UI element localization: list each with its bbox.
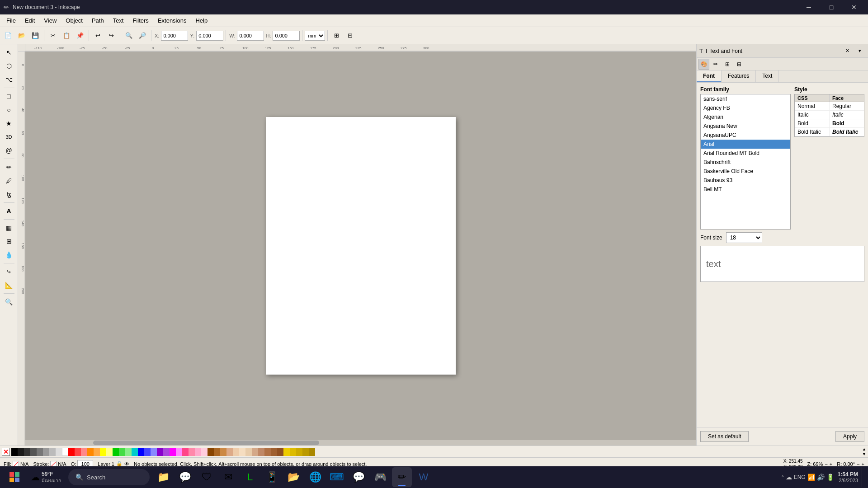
taskbar-app-word[interactable]: W <box>414 467 434 487</box>
style-normal[interactable]: Normal Regular <box>795 102 864 111</box>
swatch[interactable] <box>258 448 264 456</box>
swatch-magenta[interactable] <box>170 448 176 456</box>
menu-object[interactable]: Object <box>61 15 87 26</box>
panel-icon-transform[interactable]: ⊞ <box>722 59 733 70</box>
swatch-white[interactable] <box>62 448 68 456</box>
swatch[interactable] <box>119 448 125 456</box>
swatch[interactable] <box>151 448 157 456</box>
colorbar-scroll[interactable]: ▲ ▼ <box>862 447 866 457</box>
menu-view[interactable]: View <box>39 15 61 26</box>
menu-file[interactable]: File <box>2 15 20 26</box>
menu-text[interactable]: Text <box>108 15 128 26</box>
swatch[interactable] <box>37 448 43 456</box>
font-item-agency-fb[interactable]: Agency FB <box>701 103 790 113</box>
swatch-blue[interactable] <box>138 448 144 456</box>
taskbar-app-messenger[interactable]: 💬 <box>349 467 368 487</box>
colorbar-up[interactable]: ▲ <box>862 447 866 452</box>
font-family-list[interactable]: sans-serif Agency FB Algerian Angsana Ne… <box>700 94 791 230</box>
tool-rect[interactable]: □ <box>3 90 15 103</box>
font-item-baskerville[interactable]: Baskerville Old Face <box>701 167 790 176</box>
panel-icon-stroke[interactable]: ✏ <box>710 59 721 70</box>
swatch[interactable] <box>56 448 62 456</box>
style-bold-italic[interactable]: Bold Italic Bold Italic <box>795 128 864 136</box>
swatch[interactable] <box>277 448 283 456</box>
swatch-gold[interactable] <box>283 448 290 456</box>
taskbar-app-game[interactable]: 🎮 <box>370 467 390 487</box>
taskbar-app-mail[interactable]: ✉ <box>218 467 238 487</box>
tab-font[interactable]: Font <box>697 70 722 82</box>
swatch-purple[interactable] <box>157 448 163 456</box>
swatch[interactable] <box>24 448 30 456</box>
font-item-bell-mt[interactable]: Bell MT <box>701 185 790 194</box>
swatch[interactable] <box>290 448 296 456</box>
taskbar-app-explorer[interactable]: 📁 <box>153 467 173 487</box>
tool-dropper[interactable]: 💧 <box>3 249 15 261</box>
font-item-arial[interactable]: Arial <box>701 140 790 149</box>
toolbar-snap[interactable]: ⊞ <box>330 29 343 42</box>
h-input[interactable] <box>273 31 300 41</box>
swatch[interactable] <box>176 448 182 456</box>
font-item-algerian[interactable]: Algerian <box>701 113 790 122</box>
toolbar-save[interactable]: 💾 <box>29 29 42 42</box>
rotate-ccw-btn[interactable]: − <box>857 461 859 467</box>
menu-extensions[interactable]: Extensions <box>153 15 191 26</box>
font-item-bahnschrift[interactable]: Bahnschrift <box>701 158 790 167</box>
tool-text[interactable]: A <box>3 205 15 217</box>
swatch[interactable] <box>214 448 220 456</box>
taskbar-app-zoom[interactable]: 💬 <box>175 467 195 487</box>
set-default-button[interactable]: Set as default <box>700 431 749 442</box>
swatch[interactable] <box>49 448 56 456</box>
swatch[interactable] <box>189 448 195 456</box>
swatch[interactable] <box>43 448 49 456</box>
font-item-sans-serif[interactable]: sans-serif <box>701 94 790 103</box>
swatch-cyan[interactable] <box>132 448 138 456</box>
colorbar-none[interactable]: ✕ <box>2 448 10 456</box>
swatch[interactable] <box>195 448 201 456</box>
tool-3d[interactable]: 3D <box>3 131 15 143</box>
toolbar-zoom-in[interactable]: 🔍 <box>123 29 135 42</box>
swatch[interactable] <box>75 448 81 456</box>
toolbar-undo[interactable]: ↩ <box>91 29 104 42</box>
swatch[interactable] <box>106 448 113 456</box>
taskbar-app-inkscape[interactable]: ✏ <box>392 467 412 487</box>
taskbar-app-lineapp[interactable]: L <box>240 467 260 487</box>
swatch[interactable] <box>201 448 208 456</box>
tool-selector[interactable]: ↖ <box>3 46 15 59</box>
clock[interactable]: 1:54 PM 2/6/2023 <box>838 471 858 483</box>
style-bold[interactable]: Bold Bold <box>795 119 864 128</box>
swatch[interactable] <box>233 448 239 456</box>
tool-pencil[interactable]: ✏ <box>3 161 15 174</box>
x-input[interactable] <box>161 31 188 41</box>
swatch[interactable] <box>182 448 189 456</box>
tool-star[interactable]: ★ <box>3 117 15 130</box>
color-swatches[interactable] <box>11 448 861 456</box>
colorbar-down[interactable]: ▼ <box>862 452 866 457</box>
tool-tweak[interactable]: ⌥ <box>3 73 15 86</box>
tool-measure[interactable]: 📐 <box>3 279 15 291</box>
toolbar-copy[interactable]: 📋 <box>60 29 73 42</box>
swatch[interactable] <box>245 448 252 456</box>
panel-close-button[interactable]: ✕ <box>842 46 853 56</box>
search-bar[interactable]: 🔍 Search <box>68 469 150 485</box>
toolbar-new[interactable]: 📄 <box>2 29 14 42</box>
taskbar-app-mcafee[interactable]: 🛡 <box>197 467 217 487</box>
menu-filters[interactable]: Filters <box>128 15 153 26</box>
tool-ellipse[interactable]: ○ <box>3 103 15 116</box>
menu-path[interactable]: Path <box>87 15 108 26</box>
taskbar-app-code[interactable]: ⌨ <box>327 467 347 487</box>
zoom-in-btn[interactable]: + <box>830 461 832 467</box>
font-item-arial-rounded[interactable]: Arial Rounded MT Bold <box>701 149 790 158</box>
tool-zoom[interactable]: 🔍 <box>3 296 15 308</box>
font-item-angsana-upc[interactable]: AngsanaUPC <box>701 131 790 140</box>
swatch[interactable] <box>252 448 258 456</box>
weather-widget[interactable]: ☁ 59°F มีเมฆมาก <box>27 467 65 487</box>
y-input[interactable] <box>196 31 223 41</box>
toolbar-zoom-out[interactable]: 🔎 <box>136 29 149 42</box>
toolbar-paste[interactable]: 📌 <box>74 29 86 42</box>
panel-icon-align[interactable]: ⊟ <box>734 59 745 70</box>
panel-dropdown-button[interactable]: ▾ <box>854 46 865 56</box>
taskbar-app-files[interactable]: 📂 <box>283 467 303 487</box>
taskbar-app-edge[interactable]: 🌐 <box>305 467 325 487</box>
swatch-brown[interactable] <box>208 448 214 456</box>
font-size-select[interactable]: 18 12 14 16 20 24 36 48 72 <box>726 232 762 243</box>
